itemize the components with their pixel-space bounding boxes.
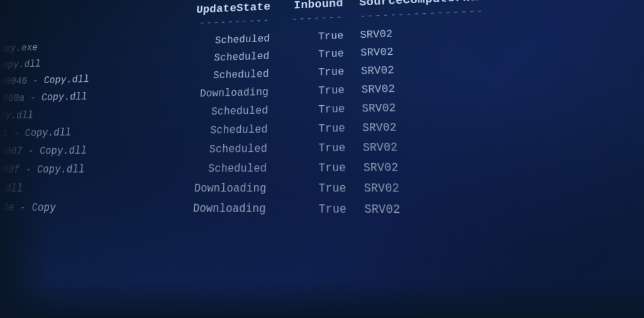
row-state: Downloading [147, 183, 280, 195]
row-source: SRV02 [356, 141, 501, 154]
table-row: ons003e - Copy Downloading True SRV02 [0, 202, 644, 218]
row-name: 0011 - Copy.dll [0, 126, 153, 139]
row-name: ons000f - Copy.dll [0, 164, 150, 175]
row-name: ns0046 - Copy.dll [0, 72, 157, 87]
row-state: Scheduled [159, 33, 282, 48]
row-inbound: True [281, 104, 355, 116]
row-state: Scheduled [152, 124, 281, 137]
row-inbound: True [281, 123, 356, 135]
row-state: Scheduled [153, 105, 282, 118]
row-state: Scheduled [157, 69, 282, 82]
row-source: SRV02 [357, 161, 503, 174]
row-name: Copy.dll [0, 55, 158, 71]
row-source: SRV02 [355, 120, 499, 133]
row-inbound: True [282, 67, 354, 79]
table-row: ons0007 - Copy.dll Scheduled True SRV02 [0, 139, 644, 157]
row-source: SRV02 [353, 25, 490, 41]
row-source: SRV02 [357, 203, 508, 217]
row-source: SRV02 [357, 183, 505, 195]
row-state: Scheduled [158, 51, 282, 65]
row-source: SRV02 [355, 101, 497, 115]
row-name: Copy.dll [0, 108, 154, 121]
row-name: ons003e - Copy [0, 202, 147, 214]
row-inbound: True [282, 31, 353, 43]
row-inbound: True [280, 162, 357, 174]
fade-bottom [0, 280, 644, 318]
row-state: Scheduled [148, 163, 280, 175]
row-inbound: True [280, 203, 358, 216]
terminal-window: UpdateState Inbound SourceComputerName -… [0, 0, 644, 318]
header-inbound: Inbound [283, 0, 353, 11]
row-inbound: True [282, 85, 355, 98]
row-name: opy.exe [0, 38, 160, 54]
row-source: SRV02 [355, 81, 496, 96]
row-inbound: True [280, 142, 356, 154]
row-name: Copy.dll [0, 183, 148, 195]
row-inbound: True [280, 183, 357, 195]
row-source: SRV02 [354, 62, 494, 77]
row-state: Downloading [155, 87, 282, 100]
divider-state: ---------- [160, 15, 282, 30]
header-update-state: UpdateState [162, 1, 283, 17]
row-name: ons0007 - Copy.dll [0, 145, 151, 157]
divider-inbound: ------- [283, 12, 353, 25]
row-source: SRV02 [354, 43, 492, 59]
divider-source: ---------------- [353, 6, 488, 22]
table-container: UpdateState Inbound SourceComputerName -… [0, 0, 644, 218]
table-row: Copy.dll Downloading True SRV02 [0, 183, 644, 195]
table-row: ons000f - Copy.dll Scheduled True SRV02 [0, 160, 644, 175]
content-wrap: UpdateState Inbound SourceComputerName -… [0, 0, 644, 228]
row-state: Downloading [145, 203, 280, 215]
row-state: Scheduled [150, 144, 280, 156]
table-row: 0011 - Copy.dll Scheduled True SRV02 [0, 118, 644, 139]
row-inbound: True [282, 48, 354, 61]
row-name: ns000a - Copy.dll [0, 90, 156, 104]
